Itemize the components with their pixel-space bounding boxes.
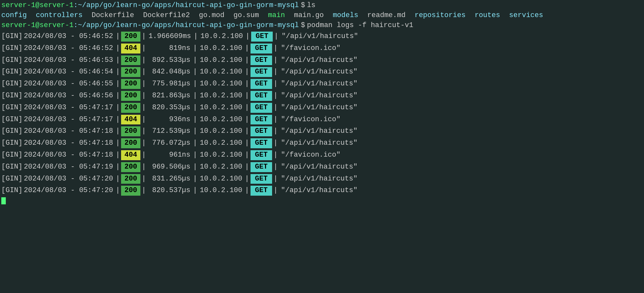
ls-item-gomod: go.mod [199,11,224,19]
log-path: "/api/v1/haircuts" [281,79,358,89]
separator: | [142,115,146,125]
log-ip: 10.0.2.100 [200,67,242,77]
ls-item-repositories: repositories [414,11,465,19]
separator: | [245,55,249,65]
log-line: [GIN] 2024/08/03 - 05:47:18 | 200 | 712.… [0,125,644,137]
log-ip: 10.0.2.100 [200,126,242,136]
separator: | [193,150,197,160]
log-line: [GIN] 2024/08/03 - 05:47:18 | 200 | 776.… [0,137,644,149]
separator: | [142,138,146,148]
separator: | [273,126,278,136]
log-latency: 831.265µs [148,174,190,184]
separator: | [245,91,249,101]
prompt-dollar-1: $ [301,1,305,9]
log-path: "/api/v1/haircuts" [281,138,358,148]
separator: | [193,126,197,136]
log-latency: 712.539µs [148,126,190,136]
separator: | [193,186,197,196]
log-line: [GIN] 2024/08/03 - 05:46:55 | 200 | 775.… [0,78,644,90]
log-path: "/api/v1/haircuts" [281,103,358,113]
method-badge: GET [251,186,272,196]
log-line: [GIN] 2024/08/03 - 05:47:20 | 200 | 831.… [0,173,644,185]
log-datetime: 2024/08/03 - 05:46:52 [24,32,113,42]
gin-prefix: [GIN] [1,32,23,42]
method-badge: GET [251,55,272,65]
status-badge: 200 [121,79,140,89]
separator: | [116,67,120,77]
gin-prefix: [GIN] [1,174,23,184]
separator: | [142,103,146,113]
log-datetime: 2024/08/03 - 05:47:18 [24,126,113,136]
status-badge: 200 [121,91,140,101]
log-datetime: 2024/08/03 - 05:46:55 [24,79,113,89]
separator: | [245,186,249,196]
log-latency: 819ns [148,44,190,54]
separator: | [142,186,146,196]
status-badge: 404 [121,44,140,54]
status-badge: 404 [121,150,140,160]
separator: | [142,32,146,42]
separator: | [245,126,249,136]
gin-prefix: [GIN] [1,55,23,65]
separator: | [245,150,249,160]
method-badge: GET [251,91,272,101]
separator: | [142,150,146,160]
log-path: "/api/v1/haircuts" [281,67,358,77]
separator: | [116,186,120,196]
prompt-command-2: podman logs -f haircut-v1 [307,21,413,29]
log-ip: 10.0.2.100 [200,79,242,89]
separator: | [246,32,250,42]
log-line: [GIN] 2024/08/03 - 05:46:53 | 200 | 892.… [0,54,644,66]
log-ip: 10.0.2.100 [200,103,242,113]
gin-prefix: [GIN] [1,115,23,125]
status-badge: 200 [121,186,140,196]
separator: | [273,103,278,113]
log-ip: 10.0.2.100 [200,44,242,54]
gin-prefix: [GIN] [1,126,23,136]
separator: | [245,67,249,77]
status-badge: 404 [121,115,140,125]
log-path: "/api/v1/haircuts" [281,186,358,196]
separator: | [193,174,197,184]
log-latency: 969.506µs [148,162,190,172]
separator: | [116,174,120,184]
log-latency: 776.072µs [148,138,190,148]
terminal: server-1@server-1 :~/app/go/learn-go/app… [0,0,644,205]
log-container: [GIN] 2024/08/03 - 05:46:52 | 200 | 1.96… [0,31,644,197]
log-ip: 10.0.2.100 [200,138,242,148]
cursor-line [0,197,644,205]
separator: | [274,32,278,42]
method-badge: GET [251,138,272,148]
status-badge: 200 [121,67,140,77]
separator: | [116,103,120,113]
method-badge: GET [251,150,272,160]
method-badge: GET [251,103,272,113]
ls-item-readme: readme.md [367,11,406,19]
separator: | [193,115,197,125]
ls-item-routes: routes [475,11,500,19]
ls-item-maingo: main.go [294,11,324,19]
separator: | [193,162,197,172]
separator: | [245,174,249,184]
separator: | [193,91,197,101]
log-datetime: 2024/08/03 - 05:47:20 [24,186,113,196]
log-latency: 842.048µs [148,67,190,77]
log-datetime: 2024/08/03 - 05:46:56 [24,91,113,101]
log-ip: 10.0.2.100 [201,32,243,42]
separator: | [193,103,197,113]
log-latency: 936ns [148,115,190,125]
separator: | [245,138,249,148]
separator: | [142,126,146,136]
separator: | [273,55,278,65]
log-path: "/favicon.ico" [281,150,341,160]
log-datetime: 2024/08/03 - 05:46:54 [24,67,113,77]
separator: | [273,91,278,101]
log-path: "/api/v1/haircuts" [282,32,358,42]
log-path: "/api/v1/haircuts" [281,162,358,172]
method-badge: GET [251,67,272,77]
prompt-line-1: server-1@server-1 :~/app/go/learn-go/app… [0,0,644,11]
separator: | [245,162,249,172]
ls-output: config controllers Dockerfile Dockerfile… [0,11,644,20]
status-badge: 200 [121,55,140,65]
ls-item-dockerfile2: Dockerfile2 [143,11,190,19]
